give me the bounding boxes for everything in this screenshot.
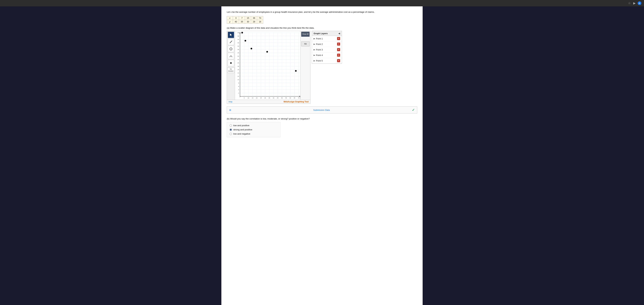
y-val-1: 40 [233,20,239,24]
check-mark: ✓ [412,108,415,112]
layer-2-name: Point 2 [316,43,336,45]
radio-item-low-positive[interactable]: low and positive [230,124,278,127]
layer-3-close[interactable]: ✕ [337,48,340,51]
submission-data-row[interactable]: ⊞ Submission Data ✓ [227,106,417,113]
graph-layers-header: Graph Layers ◀ [312,31,342,36]
nav-icon[interactable]: ▶ [632,1,636,5]
svg-marker-0 [230,33,232,36]
y-val-4: 28 [251,20,257,24]
svg-text:45: 45 [277,97,278,99]
svg-text:35: 35 [269,97,270,99]
graph-area: NoSolution [227,31,417,104]
svg-text:36: 36 [238,35,239,37]
svg-text:30: 30 [264,97,266,99]
y-label: y [227,20,233,24]
side-buttons: Clear All Fill [300,31,310,100]
plot-svg: 38 36 34 32 30 28 26 24 22 20 18 16 14 1… [235,31,300,100]
webassign-label: WebAssign [284,101,294,103]
layer-4-close[interactable]: ✕ [337,54,340,57]
main-content: Let x be the average number of employees… [221,6,422,305]
toolbar: NoSolution [227,31,235,100]
radio-low-positive[interactable] [230,124,232,127]
layer-4-arrow[interactable]: ▶ [314,54,315,56]
graphing-tool-label: Graphing Tool [295,101,308,103]
radio-group: low and positive strong and positive low… [227,122,280,137]
point-1[interactable] [241,32,243,33]
y-val-2: 35 [239,20,245,24]
radio-item-strong-positive[interactable]: strong and positive [230,128,278,131]
svg-text:14: 14 [238,72,239,74]
layer-1-close[interactable]: ✕ [337,37,340,40]
svg-text:75: 75 [300,97,300,99]
user-avatar[interactable]: A [638,1,641,5]
svg-text:32: 32 [238,42,239,43]
help-link[interactable]: Help [228,101,232,103]
svg-text:65: 65 [294,97,295,99]
fill-button[interactable]: Fill [301,41,310,46]
svg-text:15: 15 [252,97,254,99]
layer-2-close[interactable]: ✕ [337,42,340,45]
submission-data-label: Submission Data [313,109,330,111]
radio-low-negative[interactable] [230,133,232,135]
no-solution-button[interactable]: NoSolution [227,67,234,73]
point-3[interactable] [250,48,252,49]
graph-container: NoSolution [227,31,310,104]
layer-5-arrow[interactable]: ▶ [314,60,315,62]
svg-text:16: 16 [238,69,239,70]
point-5[interactable] [295,70,297,72]
parabola-tool[interactable] [228,53,234,59]
layer-1-name: Point 1 [316,37,336,40]
radio-label-low-positive: low and positive [233,124,250,127]
browser-chrome: ☆ ▶ A [0,0,644,6]
svg-text:38: 38 [238,32,239,33]
point-2[interactable] [244,40,246,41]
svg-text:10: 10 [238,79,239,80]
svg-text:70: 70 [298,97,300,99]
problem-description: Let x be the average number of employees… [227,10,417,14]
svg-text:24: 24 [238,55,239,57]
line-tool[interactable] [228,39,234,45]
svg-text:25: 25 [260,97,262,99]
layer-5-close[interactable]: ✕ [337,59,340,62]
webassign-brand: WebAssign Graphing Tool [284,101,308,103]
select-tool[interactable] [228,32,234,38]
svg-text:20: 20 [238,62,239,64]
svg-text:40: 40 [273,97,274,99]
layer-5-name: Point 5 [316,59,336,62]
layer-2-arrow[interactable]: ▶ [314,43,315,45]
x-val-2: 7 [239,16,245,20]
part-b: (b) Would you say the correlation is low… [227,117,417,137]
star-icon[interactable]: ☆ [628,1,631,5]
layer-1-arrow[interactable]: ▶ [314,37,315,40]
radio-label-strong-positive: strong and positive [233,128,252,131]
x-label: x [227,16,233,20]
svg-point-2 [230,48,232,50]
layer-3-arrow[interactable]: ▶ [314,49,315,51]
clear-all-button[interactable]: Clear All [301,32,310,37]
svg-text:10: 10 [248,97,249,99]
collapse-layers-button[interactable]: ◀ [338,32,340,35]
radio-item-low-negative[interactable]: low and negative [230,133,278,135]
radio-label-low-negative: low and negative [233,133,250,135]
expand-icon: ⊞ [229,109,231,111]
svg-text:2: 2 [238,92,239,94]
no-solution-label: NoSolution [228,68,234,72]
radio-strong-positive[interactable] [230,129,232,131]
point-4[interactable] [266,51,268,53]
svg-line-1 [230,41,232,43]
svg-text:26: 26 [238,52,239,54]
svg-text:30: 30 [238,45,239,47]
y-val-3: 30 [245,20,251,24]
graph-layers-panel: Graph Layers ◀ ▶ Point 1 ✕ ▶ Point 2 ✕ ▶… [312,31,342,64]
circle-tool[interactable] [228,46,234,52]
layer-3-name: Point 3 [316,48,336,51]
part-a-label: (a) Make a scatter diagram of the data a… [227,27,417,29]
layer-4-name: Point 4 [316,54,336,56]
plot-area[interactable]: 38 36 34 32 30 28 26 24 22 20 18 16 14 1… [235,31,300,100]
svg-text:60: 60 [290,97,291,99]
part-b-question: (b) Would you say the correlation is low… [227,117,417,120]
svg-text:5: 5 [244,97,245,99]
x-val-5: 74 [257,16,263,20]
point-tool[interactable] [228,60,234,66]
x-val-4: 36 [251,16,257,20]
